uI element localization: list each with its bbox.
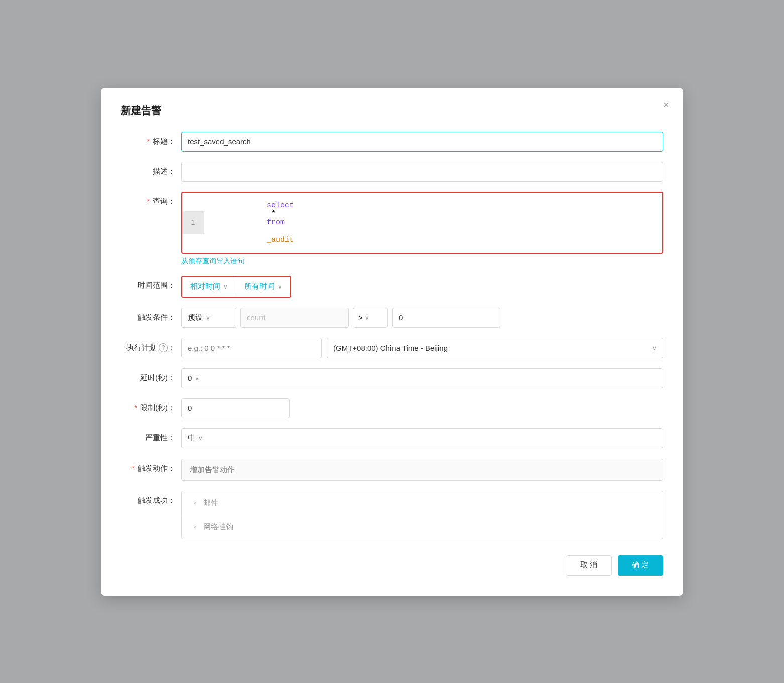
success-row: 触发成功： ＞ 邮件 ＞ 网络挂钩: [121, 491, 663, 539]
limit-label: * 限制(秒)：: [121, 398, 181, 414]
schedule-control: (GMT+08:00) China Time - Beijing ∨: [181, 338, 663, 358]
webhook-arrow-icon: ＞: [192, 522, 198, 531]
webhook-item[interactable]: ＞ 网络挂钩: [182, 515, 663, 539]
delay-label: 延时(秒)：: [121, 368, 181, 384]
severity-chevron-icon: ∨: [198, 435, 203, 442]
query-line-number: 1: [182, 211, 204, 234]
operator-select[interactable]: > ∨: [353, 308, 388, 328]
preset-select[interactable]: 预设 ∨: [181, 308, 236, 328]
modal-footer: 取 消 确 定: [121, 555, 663, 576]
cron-input[interactable]: [181, 338, 322, 358]
desc-input[interactable]: [181, 162, 663, 182]
timezone-select[interactable]: (GMT+08:00) China Time - Beijing ∨: [327, 338, 663, 358]
action-required-star: *: [132, 464, 135, 472]
timezone-chevron-icon: ∨: [652, 345, 657, 352]
query-row: * 查询： 1 select * from _audit 从预存查询导入语句: [121, 192, 663, 266]
confirm-button[interactable]: 确 定: [618, 555, 663, 576]
close-button[interactable]: ×: [663, 100, 669, 110]
time-range-control: 相对时间 ∨ 所有时间 ∨: [181, 276, 663, 298]
delay-chevron-icon: ∨: [195, 375, 199, 382]
email-arrow-icon: ＞: [192, 498, 198, 507]
title-label: * 标题：: [121, 132, 181, 147]
trigger-condition-label: 触发条件：: [121, 308, 181, 323]
preset-chevron-icon: ∨: [206, 314, 210, 321]
query-table: _audit: [267, 236, 294, 244]
limit-row: * 限制(秒)：: [121, 398, 663, 418]
trigger-condition-control: 预设 ∨ > ∨: [181, 308, 663, 328]
keyword-select: select: [267, 201, 294, 210]
query-box[interactable]: 1 select * from _audit: [181, 192, 663, 254]
schedule-label-wrapper: 执行计划 ?：: [121, 338, 181, 354]
email-item[interactable]: ＞ 邮件: [182, 491, 663, 515]
value-input[interactable]: [392, 308, 500, 328]
action-input[interactable]: [181, 459, 663, 481]
query-code[interactable]: select * from _audit: [204, 193, 302, 253]
import-link[interactable]: 从预存查询导入语句: [181, 257, 244, 266]
success-control: ＞ 邮件 ＞ 网络挂钩: [181, 491, 663, 539]
trigger-row: 预设 ∨ > ∨: [181, 308, 663, 328]
success-label: 触发成功：: [121, 491, 181, 506]
desc-control: [181, 162, 663, 182]
keyword-from: from: [267, 218, 285, 227]
severity-control: 中 ∨: [181, 428, 663, 448]
new-alert-modal: 新建告警 × * 标题： 描述： * 查询：: [101, 88, 683, 596]
desc-row: 描述：: [121, 162, 663, 182]
severity-row: 严重性： 中 ∨: [121, 428, 663, 448]
success-box: ＞ 邮件 ＞ 网络挂钩: [181, 491, 663, 539]
chevron-down-icon: ∨: [223, 283, 228, 290]
required-star: *: [147, 137, 150, 145]
severity-select[interactable]: 中 ∨: [181, 428, 663, 448]
modal-title: 新建告警: [121, 104, 663, 118]
limit-control: [181, 398, 663, 418]
action-label: * 触发动作：: [121, 459, 181, 474]
title-input[interactable]: [181, 132, 663, 152]
title-control: [181, 132, 663, 152]
schedule-input-row: (GMT+08:00) China Time - Beijing ∨: [181, 338, 663, 358]
query-required-star: *: [147, 197, 150, 205]
delay-row: 延时(秒)： 0 ∨: [121, 368, 663, 388]
operator-chevron-icon: ∨: [365, 314, 369, 321]
count-input[interactable]: [240, 308, 349, 328]
query-star: *: [267, 210, 280, 218]
schedule-row: 执行计划 ?： (GMT+08:00) China Time - Beijing…: [121, 338, 663, 358]
time-range-row: 时间范围： 相对时间 ∨ 所有时间 ∨: [121, 276, 663, 298]
all-time-select[interactable]: 所有时间 ∨: [236, 277, 290, 297]
query-label: * 查询：: [121, 192, 181, 207]
limit-required-star: *: [134, 403, 137, 412]
limit-input[interactable]: [181, 398, 290, 418]
relative-time-select[interactable]: 相对时间 ∨: [182, 277, 236, 297]
severity-label: 严重性：: [121, 428, 181, 444]
trigger-condition-row: 触发条件： 预设 ∨ > ∨: [121, 308, 663, 328]
delay-select[interactable]: 0 ∨: [181, 368, 663, 388]
help-icon[interactable]: ?: [159, 343, 168, 352]
time-range-box: 相对时间 ∨ 所有时间 ∨: [181, 276, 291, 298]
cancel-button[interactable]: 取 消: [566, 555, 612, 576]
time-range-label: 时间范围：: [121, 276, 181, 291]
query-space: [267, 227, 271, 236]
action-control: [181, 459, 663, 481]
query-control: 1 select * from _audit 从预存查询导入语句: [181, 192, 663, 266]
action-row: * 触发动作：: [121, 459, 663, 481]
chevron-down-icon-2: ∨: [278, 283, 282, 290]
desc-label: 描述：: [121, 162, 181, 177]
delay-control: 0 ∨: [181, 368, 663, 388]
title-row: * 标题：: [121, 132, 663, 152]
